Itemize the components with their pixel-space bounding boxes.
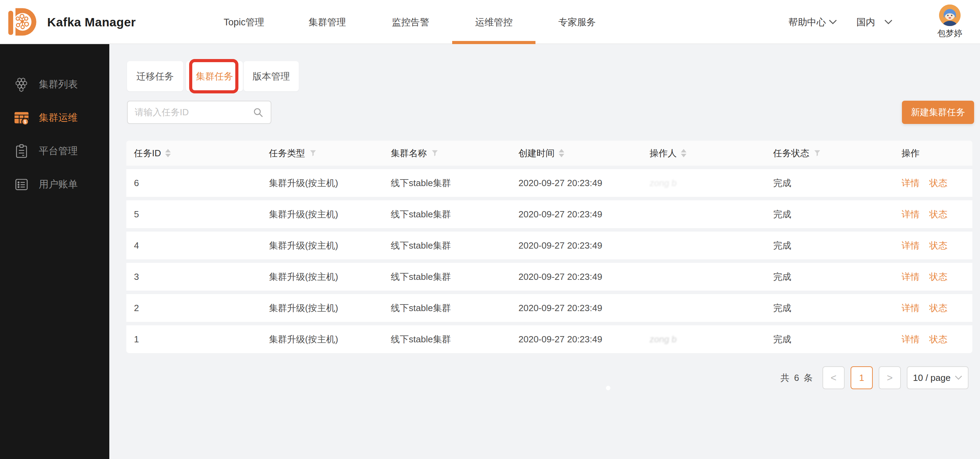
- cell-status: 完成: [773, 271, 902, 283]
- billing-list-icon: [13, 176, 30, 193]
- cell-created-at: 2020-09-27 20:23:49: [519, 334, 650, 345]
- table-row: 5 集群升级(按主机) 线下stable集群 2020-09-27 20:23:…: [126, 200, 972, 228]
- cell-actions: 详情 状态: [902, 208, 972, 220]
- detail-link[interactable]: 详情: [902, 302, 920, 314]
- sidebar-item-user-billing[interactable]: 用户账单: [0, 168, 109, 201]
- table-row: 6 集群升级(按主机) 线下stable集群 2020-09-27 20:23:…: [126, 169, 972, 197]
- cell-actions: 详情 状态: [902, 239, 972, 252]
- cell-task-id: 4: [126, 240, 269, 251]
- cell-status: 完成: [773, 177, 902, 189]
- cell-operator-redacted: zong b: [649, 334, 773, 345]
- sort-icon[interactable]: [165, 149, 171, 157]
- column-header-cluster-name: 集群名称: [391, 147, 519, 159]
- column-header-created-at: 创建时间: [519, 147, 650, 159]
- sort-icon[interactable]: [559, 149, 564, 157]
- filter-icon[interactable]: [431, 149, 439, 157]
- cell-created-at: 2020-09-27 20:23:49: [519, 271, 650, 282]
- sidebar-item-platform-management[interactable]: 平台管理: [0, 134, 109, 168]
- tab-cluster-tasks[interactable]: 集群任务: [186, 61, 243, 91]
- status-link[interactable]: 状态: [929, 333, 947, 346]
- nav-expert-service[interactable]: 专家服务: [535, 0, 619, 44]
- nav-monitoring-alerts[interactable]: 监控告警: [369, 0, 452, 44]
- detail-link[interactable]: 详情: [902, 271, 920, 283]
- username: 包梦婷: [937, 28, 962, 39]
- chevron-down-icon: [884, 19, 892, 25]
- column-header-task-status: 任务状态: [773, 147, 902, 159]
- page-size-select[interactable]: 10 / page: [907, 366, 969, 389]
- cell-created-at: 2020-09-27 20:23:49: [519, 240, 650, 251]
- sidebar-item-cluster-ops[interactable]: $ 集群运维: [0, 101, 109, 134]
- honeycomb-cluster-icon: [13, 76, 30, 93]
- detail-link[interactable]: 详情: [902, 239, 920, 252]
- column-header-operator: 操作人: [650, 147, 773, 159]
- cell-actions: 详情 状态: [902, 177, 972, 189]
- status-link[interactable]: 状态: [929, 177, 947, 189]
- filter-icon[interactable]: [813, 149, 821, 157]
- help-center-menu[interactable]: 帮助中心: [788, 0, 837, 44]
- cell-task-id: 3: [126, 271, 269, 282]
- cell-cluster-name: 线下stable集群: [391, 177, 519, 189]
- cell-actions: 详情 状态: [902, 271, 972, 283]
- cell-task-type: 集群升级(按主机): [269, 177, 391, 189]
- avatar-cartoon-icon: [939, 5, 961, 26]
- search-input[interactable]: [135, 107, 253, 118]
- prev-page-button[interactable]: <: [822, 366, 845, 389]
- clipboard-icon: [13, 143, 30, 159]
- cell-task-type: 集群升级(按主机): [269, 271, 391, 283]
- ops-grid-coin-icon: $: [13, 109, 30, 126]
- status-link[interactable]: 状态: [929, 239, 947, 252]
- column-header-task-type: 任务类型: [269, 147, 391, 159]
- nav-ops-control[interactable]: 运维管控: [452, 0, 535, 44]
- create-cluster-task-button[interactable]: 新建集群任务: [902, 101, 974, 124]
- help-center-label: 帮助中心: [788, 16, 826, 29]
- status-link[interactable]: 状态: [929, 271, 947, 283]
- detail-link[interactable]: 详情: [902, 177, 920, 189]
- sort-icon[interactable]: [681, 149, 686, 157]
- cell-task-id: 2: [126, 303, 269, 314]
- tasks-table-header: 任务ID 任务类型 集群名称 创建时间 操作人 任务状态 操作: [126, 140, 972, 166]
- sidebar: 集群列表 $ 集群运维: [0, 44, 109, 459]
- pagination: 共 6 条 < 1 > 10 / page: [780, 366, 969, 389]
- cell-cluster-name: 线下stable集群: [391, 271, 519, 283]
- user-menu[interactable]: 包梦婷: [935, 5, 964, 39]
- status-link[interactable]: 状态: [929, 208, 947, 220]
- table-row: 2 集群升级(按主机) 线下stable集群 2020-09-27 20:23:…: [126, 294, 972, 322]
- next-page-button[interactable]: >: [879, 366, 901, 389]
- chevron-down-icon: [829, 19, 837, 25]
- status-link[interactable]: 状态: [929, 302, 947, 314]
- cell-actions: 详情 状态: [902, 333, 972, 346]
- cell-operator-redacted: zong b: [649, 178, 773, 188]
- kafka-manager-app: Kafka Manager Topic管理 集群管理 监控告警 运维管控 专家服…: [0, 0, 980, 459]
- table-row: 4 集群升级(按主机) 线下stable集群 2020-09-27 20:23:…: [126, 231, 972, 259]
- avatar[interactable]: [939, 5, 961, 26]
- cell-task-type: 集群升级(按主机): [269, 333, 391, 346]
- sidebar-item-label: 集群列表: [39, 78, 78, 91]
- cell-created-at: 2020-09-27 20:23:49: [519, 209, 650, 220]
- detail-link[interactable]: 详情: [902, 208, 920, 220]
- cell-status: 完成: [773, 239, 902, 252]
- current-page-button[interactable]: 1: [851, 366, 873, 389]
- column-header-task-id: 任务ID: [126, 147, 269, 159]
- cell-cluster-name: 线下stable集群: [391, 239, 519, 252]
- detail-link[interactable]: 详情: [902, 333, 920, 346]
- nav-cluster-management[interactable]: 集群管理: [286, 0, 369, 44]
- sidebar-item-label: 用户账单: [39, 178, 78, 191]
- tab-migration-tasks[interactable]: 迁移任务: [127, 61, 183, 91]
- cell-status: 完成: [773, 333, 902, 346]
- cell-status: 完成: [773, 208, 902, 220]
- pagination-total: 共 6 条: [780, 372, 814, 384]
- cell-task-type: 集群升级(按主机): [269, 239, 391, 252]
- search-icon[interactable]: [253, 107, 264, 118]
- tab-cluster-tasks-label: 集群任务: [196, 70, 233, 83]
- cell-task-id: 1: [126, 334, 269, 345]
- chevron-down-icon: [955, 375, 962, 380]
- region-menu[interactable]: 国内: [856, 0, 892, 44]
- cell-actions: 详情 状态: [902, 302, 972, 314]
- nav-topic-management[interactable]: Topic管理: [202, 0, 286, 44]
- filter-icon[interactable]: [309, 149, 317, 157]
- tab-version-management[interactable]: 版本管理: [243, 61, 299, 91]
- sidebar-item-label: 平台管理: [39, 144, 78, 158]
- sidebar-item-cluster-list[interactable]: 集群列表: [0, 68, 109, 101]
- cell-created-at: 2020-09-27 20:23:49: [519, 303, 650, 314]
- cell-task-type: 集群升级(按主机): [269, 208, 391, 220]
